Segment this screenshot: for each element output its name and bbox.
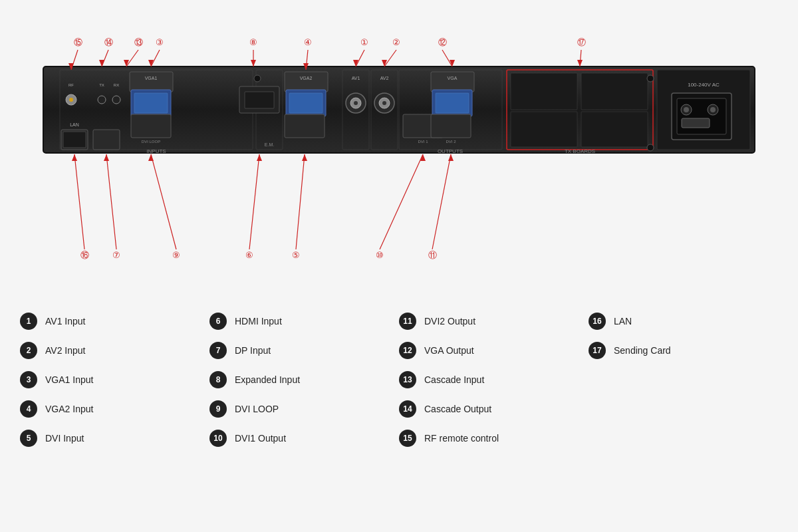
svg-rect-17: [371, 70, 398, 150]
legend-item: 10 DVI1 Output: [209, 430, 399, 447]
svg-text:⑯: ⑯: [80, 250, 89, 260]
legend-item: 12 VGA Output: [399, 342, 589, 359]
svg-text:E.M.: E.M.: [265, 142, 274, 147]
legend-label: HDMI Input: [235, 316, 282, 327]
svg-rect-3: [256, 70, 283, 150]
legend-number: 15: [399, 430, 416, 447]
svg-text:⑩: ⑩: [376, 250, 384, 260]
svg-rect-5: [239, 86, 279, 113]
legend-label: Cascade Output: [424, 404, 491, 414]
svg-text:⑪: ⑪: [428, 250, 437, 260]
svg-text:VGA2: VGA2: [300, 76, 313, 80]
svg-line-109: [71, 50, 78, 70]
svg-text:TX BOARDS: TX BOARDS: [565, 148, 595, 154]
svg-rect-38: [657, 70, 750, 150]
svg-marker-98: [448, 154, 454, 161]
svg-point-16: [354, 101, 358, 105]
svg-text:⑭: ⑭: [104, 37, 113, 47]
svg-point-44: [708, 104, 718, 115]
svg-marker-113: [72, 154, 77, 161]
svg-line-67: [356, 50, 364, 66]
legend-number: 17: [589, 342, 606, 359]
legend-number: 11: [399, 313, 416, 330]
legend-number: 5: [20, 430, 37, 447]
svg-marker-101: [450, 60, 455, 66]
legend-label: Cascade Input: [424, 374, 484, 385]
svg-text:④: ④: [304, 37, 312, 47]
svg-point-15: [350, 98, 361, 108]
svg-marker-89: [251, 60, 256, 66]
svg-line-76: [306, 50, 308, 70]
legend-label: AV1 Input: [45, 316, 85, 327]
svg-point-56: [112, 96, 120, 104]
svg-rect-22: [399, 70, 502, 150]
svg-text:⑧: ⑧: [249, 37, 257, 47]
svg-marker-83: [257, 154, 262, 161]
svg-rect-27: [432, 90, 472, 116]
svg-rect-30: [507, 70, 653, 150]
svg-line-94: [380, 154, 423, 249]
legend-label: DVI Input: [45, 433, 84, 444]
svg-rect-28: [436, 93, 469, 113]
legend-label: Sending Card: [614, 345, 671, 356]
svg-rect-29: [431, 114, 471, 138]
svg-line-106: [102, 50, 108, 66]
legend-number: 10: [209, 430, 227, 447]
legend-label: VGA1 Input: [45, 374, 93, 385]
svg-line-112: [74, 154, 84, 249]
svg-text:DVI LOOP: DVI LOOP: [142, 140, 160, 144]
svg-rect-10: [289, 93, 323, 113]
svg-text:⑮: ⑮: [74, 37, 82, 47]
legend-item: [589, 400, 778, 418]
legend-area: 1 AV1 Input 6 HDMI Input 11 DVI2 Output …: [20, 313, 778, 447]
svg-text:⑨: ⑨: [172, 250, 180, 260]
svg-text:VGA1: VGA1: [145, 76, 158, 80]
svg-marker-68: [353, 60, 358, 66]
legend-item: 15 RF remote control: [399, 430, 589, 447]
svg-marker-110: [68, 63, 74, 70]
svg-text:⑰: ⑰: [577, 37, 586, 47]
legend-label: LAN: [614, 316, 632, 327]
svg-rect-46: [682, 118, 710, 128]
svg-rect-25: [431, 72, 474, 92]
svg-point-52: [69, 98, 73, 102]
svg-rect-48: [63, 132, 86, 148]
svg-rect-6: [245, 92, 274, 108]
svg-marker-86: [104, 154, 109, 161]
legend-item: 9 DVI LOOP: [209, 400, 399, 418]
svg-point-37: [647, 144, 654, 151]
svg-rect-40: [672, 93, 732, 140]
legend-item: 6 HDMI Input: [209, 313, 399, 330]
legend-number: 16: [589, 313, 606, 330]
diagram-area: INPUTS E.M. VGA2 AV1 AV2 OUTPUTS: [0, 0, 798, 306]
svg-marker-71: [382, 60, 387, 66]
legend-item: 16 LAN: [589, 313, 778, 330]
svg-point-42: [681, 104, 692, 115]
svg-line-115: [580, 50, 581, 66]
legend-number: 3: [20, 371, 37, 388]
svg-point-64: [254, 75, 261, 82]
svg-marker-77: [303, 63, 309, 70]
svg-point-21: [382, 101, 386, 105]
legend-item: 2 AV2 Input: [20, 342, 209, 359]
svg-line-97: [432, 154, 451, 249]
svg-line-91: [151, 154, 176, 249]
legend-label: VGA Output: [424, 345, 474, 356]
legend-number: 7: [209, 342, 227, 359]
svg-text:TX: TX: [99, 83, 104, 87]
svg-text:100-240V AC: 100-240V AC: [688, 82, 720, 88]
legend-label: DVI1 Output: [235, 433, 286, 444]
svg-text:OUTPUTS: OUTPUTS: [438, 148, 463, 154]
svg-marker-116: [577, 60, 583, 66]
svg-rect-9: [286, 90, 326, 116]
svg-text:INPUTS: INPUTS: [146, 148, 166, 154]
legend-item: 3 VGA1 Input: [20, 371, 209, 388]
svg-rect-34: [581, 73, 648, 110]
legend-item: [589, 371, 778, 388]
svg-line-79: [296, 154, 305, 249]
svg-text:③: ③: [156, 37, 164, 47]
legend-number: 2: [20, 342, 37, 359]
svg-line-73: [151, 50, 160, 66]
svg-marker-80: [302, 154, 307, 161]
svg-text:②: ②: [392, 37, 400, 47]
